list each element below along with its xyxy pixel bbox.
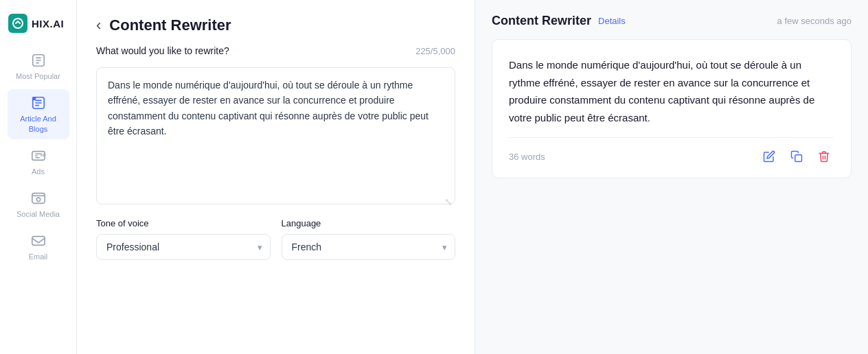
details-link[interactable]: Details	[598, 16, 626, 26]
logo: HIX.AI	[0, 8, 76, 44]
sidebar-item-most-popular[interactable]: Most Popular	[8, 47, 69, 86]
result-header: Content Rewriter Details a few seconds a…	[492, 14, 852, 28]
panel-title: Content Rewriter	[109, 16, 231, 34]
result-title: Content Rewriter	[492, 14, 591, 28]
rewrite-textarea[interactable]	[96, 67, 455, 204]
svg-rect-8	[32, 237, 44, 246]
tone-select[interactable]: Professional Casual Formal Friendly Humo…	[96, 234, 271, 260]
result-footer: 36 words	[509, 137, 834, 167]
language-select[interactable]: French English Spanish German Italian	[282, 234, 456, 260]
logo-icon	[8, 14, 27, 33]
sidebar-item-article-blogs[interactable]: Article And Blogs	[8, 89, 69, 139]
resize-handle: ⤡	[444, 196, 453, 204]
sidebar-item-article-blogs-label: Article And Blogs	[16, 114, 61, 134]
language-label: Language	[282, 218, 456, 228]
char-count: 225/5,000	[415, 46, 455, 56]
options-section: Tone of voice Professional Casual Formal…	[96, 218, 455, 260]
logo-text: HIX.AI	[32, 18, 64, 30]
svg-text:AD: AD	[40, 153, 45, 157]
timestamp: a few seconds ago	[777, 16, 852, 26]
sidebar-item-social-media[interactable]: Social Media	[8, 185, 69, 224]
copy-button[interactable]	[786, 146, 807, 167]
svg-point-7	[36, 198, 41, 202]
result-card: Dans le monde numérique d'aujourd'hui, o…	[492, 39, 852, 178]
sidebar-item-ads[interactable]: AD Ads	[8, 142, 69, 182]
back-button[interactable]: ‹	[96, 18, 101, 33]
action-icons	[759, 146, 834, 167]
tone-group: Tone of voice Professional Casual Formal…	[96, 218, 271, 260]
ads-icon: AD	[30, 148, 47, 164]
field-header: What would you like to rewrite? 225/5,00…	[96, 45, 455, 56]
panel-header: ‹ Content Rewriter	[96, 16, 455, 34]
svg-rect-3	[32, 97, 35, 100]
right-panel: Content Rewriter Details a few seconds a…	[475, 0, 868, 354]
word-count: 36 words	[509, 152, 545, 162]
social-media-icon	[30, 190, 47, 206]
result-title-group: Content Rewriter Details	[492, 14, 626, 28]
email-icon	[30, 233, 47, 249]
tone-label: Tone of voice	[96, 218, 271, 228]
delete-button[interactable]	[814, 146, 834, 167]
sidebar-item-email-label: Email	[29, 252, 48, 261]
edit-button[interactable]	[759, 146, 779, 167]
article-blogs-icon	[30, 95, 47, 111]
left-panel: ‹ Content Rewriter What would you like t…	[77, 0, 475, 354]
language-group: Language French English Spanish German I…	[282, 218, 456, 260]
language-select-wrapper: French English Spanish German Italian	[282, 234, 456, 260]
sidebar-item-ads-label: Ads	[32, 167, 45, 176]
svg-rect-9	[795, 155, 802, 162]
textarea-label: What would you like to rewrite?	[96, 45, 229, 56]
sidebar-item-most-popular-label: Most Popular	[16, 71, 60, 81]
result-text: Dans le monde numérique d'aujourd'hui, o…	[509, 56, 834, 126]
most-popular-icon	[30, 52, 47, 69]
textarea-wrapper: ⤡	[96, 67, 455, 207]
tone-select-wrapper: Professional Casual Formal Friendly Humo…	[96, 234, 271, 260]
sidebar: HIX.AI Most Popular Article And Blogs AD	[0, 0, 77, 354]
sidebar-item-social-media-label: Social Media	[16, 209, 60, 219]
main-content: ‹ Content Rewriter What would you like t…	[77, 0, 868, 354]
svg-point-0	[13, 19, 23, 28]
sidebar-item-email[interactable]: Email	[8, 227, 69, 267]
